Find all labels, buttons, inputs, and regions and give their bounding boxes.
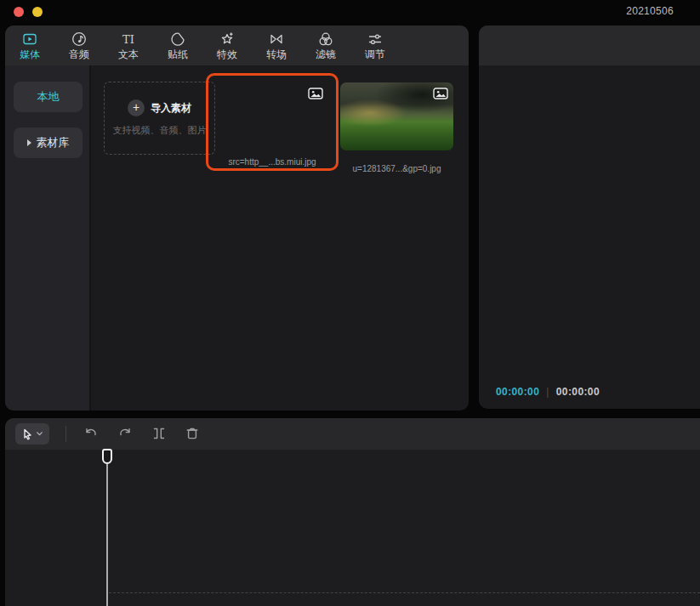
media-sidebar: 本地 素材库 (5, 65, 89, 411)
delete-button[interactable] (184, 425, 201, 442)
sidebar-item-library[interactable]: 素材库 (14, 127, 83, 158)
playhead-handle[interactable] (102, 449, 112, 464)
filter-icon (317, 31, 334, 48)
redo-button[interactable] (117, 425, 134, 442)
timeline-toolbar (5, 418, 700, 450)
tab-effects-label: 特效 (217, 49, 237, 60)
undo-button[interactable] (83, 425, 100, 442)
tab-media[interactable]: 媒体 (5, 25, 54, 65)
sidebar-item-library-label: 素材库 (37, 135, 70, 150)
preview-panel: 00:00:00 | 00:00:00 (479, 25, 700, 409)
tab-text[interactable]: TI 文本 (104, 25, 153, 65)
audio-icon (71, 31, 88, 48)
tab-effects[interactable]: 特效 (202, 25, 252, 65)
sidebar-divider (89, 65, 91, 411)
track-baseline (109, 592, 700, 593)
tab-filter[interactable]: 滤镜 (301, 25, 350, 65)
sidebar-item-local-label: 本地 (37, 89, 60, 105)
tab-filter-label: 滤镜 (316, 49, 336, 60)
split-button[interactable] (151, 425, 168, 442)
tab-audio[interactable]: 音频 (54, 25, 104, 65)
timecode-separator: | (546, 386, 549, 398)
tab-sticker-label: 贴纸 (168, 49, 188, 60)
timecode-current: 00:00:00 (496, 386, 539, 398)
window-close-button[interactable] (14, 7, 24, 17)
plus-icon: + (128, 99, 145, 116)
media-icon (21, 31, 38, 48)
import-hint: 支持视频、音频、图片 (113, 124, 207, 137)
media-thumbnail-lake (219, 82, 328, 150)
transition-icon (268, 31, 285, 48)
tab-transition[interactable]: 转场 (252, 25, 301, 65)
playhead-line (106, 464, 108, 606)
svg-text:TI: TI (122, 33, 134, 46)
timeline-panel (5, 418, 700, 606)
image-type-icon (433, 88, 448, 99)
preview-header (479, 25, 700, 65)
media-filename: src=http__...bs.miui.jpg (208, 157, 336, 167)
select-tool-button[interactable] (15, 423, 49, 445)
tab-media-label: 媒体 (20, 49, 40, 60)
effects-icon (219, 31, 236, 48)
import-material-button[interactable]: + 导入素材 支持视频、音频、图片 (104, 82, 215, 155)
cursor-icon (22, 428, 33, 440)
adjust-icon (367, 31, 384, 48)
sticker-icon (169, 31, 186, 48)
chevron-down-icon (37, 432, 43, 436)
trash-icon (184, 425, 201, 442)
tab-sticker[interactable]: 贴纸 (153, 25, 202, 65)
project-date-label: 20210506 (626, 5, 674, 17)
toolbar-divider (65, 426, 66, 442)
media-item-field[interactable] (340, 82, 453, 150)
text-icon: TI (120, 31, 137, 48)
redo-icon (117, 425, 134, 442)
tab-text-label: 文本 (118, 49, 139, 60)
sidebar-item-local[interactable]: 本地 (14, 82, 83, 112)
caret-right-icon (27, 139, 31, 146)
window-minimize-button[interactable] (32, 7, 43, 17)
timecode-total: 00:00:00 (556, 386, 600, 398)
tab-adjust-label: 调节 (365, 49, 385, 60)
media-filename: u=1281367...&gp=0.jpg (340, 164, 453, 173)
image-type-icon (308, 88, 323, 99)
import-label: 导入素材 (151, 101, 191, 116)
tab-transition-label: 转场 (266, 49, 287, 60)
media-library-panel: 媒体 音频 TI 文本 贴纸 特效 (5, 25, 469, 411)
undo-icon (83, 425, 100, 442)
timecode: 00:00:00 | 00:00:00 (496, 386, 600, 398)
tab-adjust[interactable]: 调节 (350, 25, 400, 65)
media-item-selected[interactable]: src=http__...bs.miui.jpg (206, 73, 339, 171)
resource-tabbar: 媒体 音频 TI 文本 贴纸 特效 (5, 25, 469, 65)
tab-audio-label: 音频 (69, 49, 89, 60)
import-row: + 导入素材 (128, 99, 191, 116)
split-icon (151, 425, 168, 442)
